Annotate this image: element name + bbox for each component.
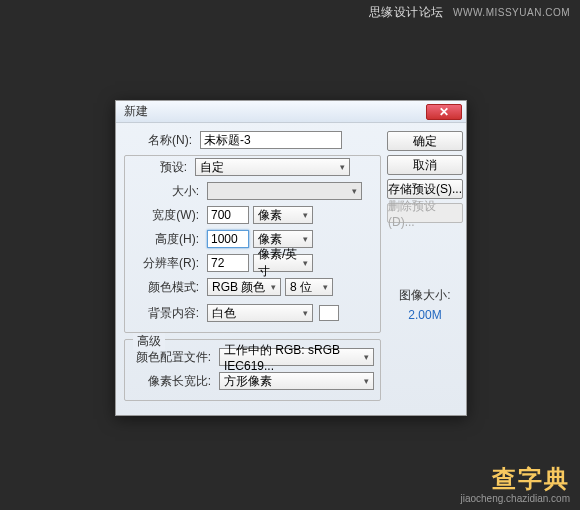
preset-label: 预设:: [131, 159, 191, 176]
save-preset-button[interactable]: 存储预设(S)...: [387, 179, 463, 199]
name-label: 名称(N):: [124, 132, 196, 149]
aspect-label: 像素长宽比:: [131, 373, 215, 390]
delete-preset-button: 删除预设(D)...: [387, 203, 463, 223]
main-fieldset: 预设: 自定 ▾ 大小: ▾ 宽度(W):: [124, 155, 381, 333]
close-icon: ✕: [439, 105, 449, 119]
width-input[interactable]: [207, 206, 249, 224]
resolution-unit-value: 像素/英寸: [258, 246, 308, 280]
close-button[interactable]: ✕: [426, 104, 462, 120]
new-document-dialog: 新建 ✕ 名称(N): 预设: 自定 ▾ 大小:: [115, 100, 467, 416]
bg-value: 白色: [212, 305, 236, 322]
color-profile-value: 工作中的 RGB: sRGB IEC619...: [224, 342, 369, 373]
name-input[interactable]: [200, 131, 342, 149]
color-profile-select[interactable]: 工作中的 RGB: sRGB IEC619... ▾: [219, 348, 374, 366]
chevron-down-icon: ▾: [271, 282, 276, 292]
advanced-fieldset: 高级 颜色配置文件: 工作中的 RGB: sRGB IEC619... ▾ 像素…: [124, 339, 381, 401]
aspect-select[interactable]: 方形像素 ▾: [219, 372, 374, 390]
dialog-title: 新建: [124, 103, 426, 120]
chevron-down-icon: ▾: [364, 376, 369, 386]
advanced-legend: 高级: [133, 333, 165, 350]
preset-select[interactable]: 自定 ▾: [195, 158, 350, 176]
image-size-info: 图像大小: 2.00M: [399, 287, 450, 322]
titlebar[interactable]: 新建 ✕: [116, 101, 466, 123]
width-unit-value: 像素: [258, 207, 282, 224]
watermark-site: WWW.MISSYUAN.COM: [453, 7, 570, 18]
color-mode-label: 颜色模式:: [131, 279, 203, 296]
bg-label: 背景内容:: [131, 305, 203, 322]
watermark-top: 思缘设计论坛 WWW.MISSYUAN.COM: [369, 4, 570, 21]
resolution-input[interactable]: [207, 254, 249, 272]
aspect-value: 方形像素: [224, 373, 272, 390]
chevron-down-icon: ▾: [303, 234, 308, 244]
image-size-label: 图像大小:: [399, 287, 450, 304]
preset-value: 自定: [200, 159, 224, 176]
watermark-text: 思缘设计论坛: [369, 5, 444, 19]
height-unit-value: 像素: [258, 231, 282, 248]
color-mode-select[interactable]: RGB 颜色 ▾: [207, 278, 281, 296]
chevron-down-icon: ▾: [303, 210, 308, 220]
ok-button[interactable]: 确定: [387, 131, 463, 151]
height-input[interactable]: [207, 230, 249, 248]
watermark-bottom: 查字典 jiaocheng.chazidian.com: [460, 463, 570, 504]
size-label: 大小:: [131, 183, 203, 200]
watermark-logo: 查字典: [460, 463, 570, 495]
chevron-down-icon: ▾: [303, 308, 308, 318]
color-profile-label: 颜色配置文件:: [131, 349, 215, 366]
resolution-unit-select[interactable]: 像素/英寸 ▾: [253, 254, 313, 272]
image-size-value: 2.00M: [399, 308, 450, 322]
cancel-button[interactable]: 取消: [387, 155, 463, 175]
watermark-url: jiaocheng.chazidian.com: [460, 493, 570, 504]
chevron-down-icon: ▾: [352, 186, 357, 196]
bit-depth-select[interactable]: 8 位 ▾: [285, 278, 333, 296]
bg-select[interactable]: 白色 ▾: [207, 304, 313, 322]
chevron-down-icon: ▾: [323, 282, 328, 292]
bg-swatch[interactable]: [319, 305, 339, 321]
chevron-down-icon: ▾: [303, 258, 308, 268]
color-mode-value: RGB 颜色: [212, 279, 265, 296]
chevron-down-icon: ▾: [364, 352, 369, 362]
chevron-down-icon: ▾: [340, 162, 345, 172]
bit-depth-value: 8 位: [290, 279, 312, 296]
height-label: 高度(H):: [131, 231, 203, 248]
resolution-label: 分辨率(R):: [131, 255, 203, 272]
size-select: ▾: [207, 182, 362, 200]
width-unit-select[interactable]: 像素 ▾: [253, 206, 313, 224]
width-label: 宽度(W):: [131, 207, 203, 224]
